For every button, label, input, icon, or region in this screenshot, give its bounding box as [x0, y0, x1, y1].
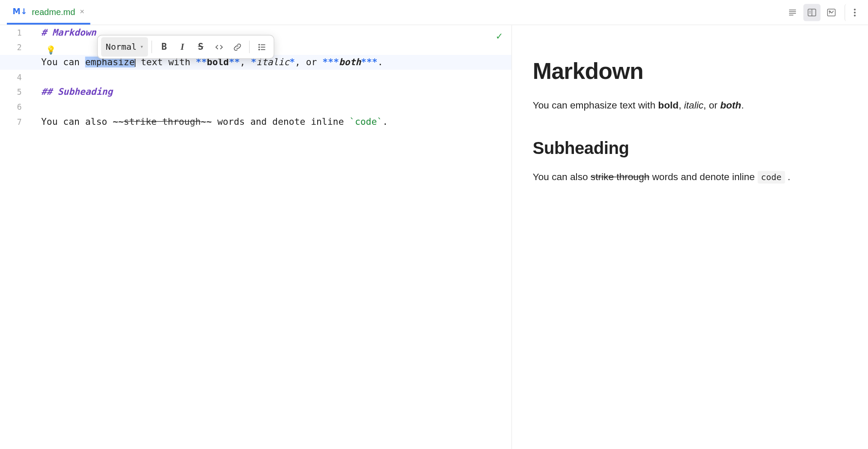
gutter-line: 6 — [0, 99, 22, 115]
list-button[interactable] — [253, 39, 270, 55]
line-gutter: 1 2 3 4 5 6 7 — [0, 25, 36, 449]
source-only-icon[interactable] — [784, 4, 801, 21]
preview-h2: Subheading — [533, 135, 847, 160]
svg-point-5 — [854, 15, 856, 16]
code-button[interactable] — [210, 39, 228, 55]
tab-filename: readme.md — [32, 6, 75, 16]
preview-paragraph: You can emphasize text with bold, italic… — [533, 98, 847, 113]
toolbar-divider — [152, 41, 152, 53]
split-view: ✓ 💡 1 2 3 4 5 6 7 # Markdown You can emp… — [0, 25, 868, 449]
markdown-preview: Markdown You can emphasize text with bol… — [512, 25, 868, 449]
code-line[interactable]: ## Subheading — [41, 84, 511, 99]
gutter-line: 2 — [0, 40, 22, 55]
code-line[interactable] — [41, 99, 511, 115]
preview-paragraph: You can also strike through words and de… — [533, 169, 847, 184]
gutter-line: 1 — [0, 25, 22, 40]
svg-point-8 — [258, 49, 259, 50]
gutter-line: 7 — [0, 115, 22, 130]
svg-point-4 — [854, 12, 856, 13]
preview-only-icon[interactable] — [823, 4, 840, 21]
gutter-line: 4 — [0, 70, 22, 85]
markdown-source-editor[interactable]: ✓ 💡 1 2 3 4 5 6 7 # Markdown You can emp… — [0, 25, 512, 449]
strikethrough-button[interactable]: S — [192, 39, 209, 55]
toolbar-divider — [249, 41, 249, 53]
preview-h1: Markdown — [533, 54, 847, 88]
svg-point-2 — [829, 10, 830, 11]
tab-readme[interactable]: M↓ readme.md × — [7, 0, 90, 24]
italic-button[interactable]: I — [174, 39, 191, 55]
close-tab-button[interactable]: × — [80, 7, 84, 16]
paragraph-style-label: Normal — [106, 39, 137, 54]
chevron-down-icon: ▾ — [140, 39, 144, 54]
link-button[interactable] — [228, 39, 246, 55]
view-mode-switcher — [784, 0, 860, 24]
gutter-line: 5 — [0, 84, 22, 99]
more-actions-icon[interactable] — [844, 4, 860, 21]
editor-tabbar: M↓ readme.md × — [0, 0, 868, 25]
selection-toolbar: Normal ▾ B I S — [97, 35, 275, 59]
bold-button[interactable]: B — [156, 39, 173, 55]
svg-point-6 — [258, 44, 259, 45]
markdown-file-icon: M↓ — [12, 7, 27, 16]
editor-preview-split-icon[interactable] — [803, 4, 820, 21]
svg-point-3 — [854, 9, 856, 10]
svg-point-7 — [258, 46, 259, 47]
paragraph-style-dropdown[interactable]: Normal ▾ — [101, 37, 148, 57]
code-line[interactable] — [41, 70, 511, 85]
code-line[interactable]: You can also ~~strike through~~ words an… — [41, 115, 511, 130]
